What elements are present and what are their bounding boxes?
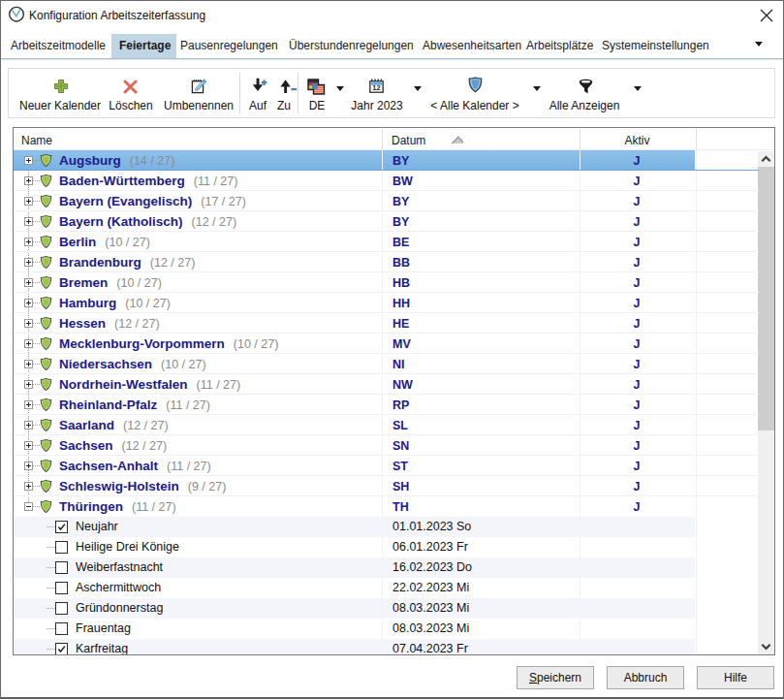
- svg-text:12: 12: [372, 83, 380, 92]
